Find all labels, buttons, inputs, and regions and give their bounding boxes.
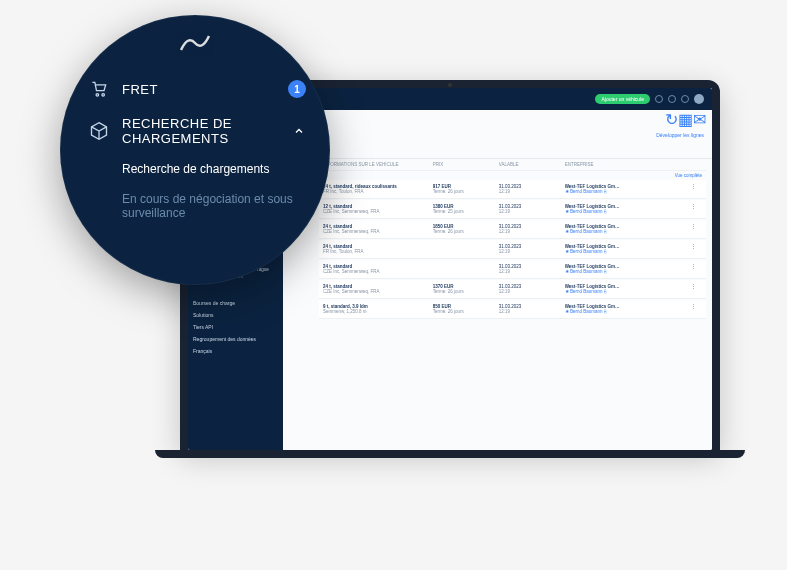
header-actions: ↻ ▦ ✉ (283, 110, 712, 128)
cell-date: 31.03.202312:19 (499, 184, 565, 194)
results-table: INFORMATIONS SUR LE VÉHICULE PRIX VALABL… (313, 159, 712, 320)
row-action-icon[interactable]: ⋮ (686, 264, 702, 274)
sidebar-item-search-loads[interactable]: RECHERCHE DE CHARGEMENTS (88, 108, 306, 154)
sidebar-menu-item[interactable]: Solutions (193, 309, 278, 321)
cell-vehicle: 24 t, standardCZE Inc, Semmenweq, FRA (323, 264, 433, 274)
row-action-icon[interactable]: ⋮ (686, 224, 702, 234)
settings-icon[interactable] (681, 95, 689, 103)
table-row[interactable]: 12 t, standardCZE Inc, Semmenweq, FRA138… (319, 200, 706, 219)
sidebar-menu-item[interactable]: Bourses de charge (193, 297, 278, 309)
cell-company: West-TEF Logistics Gm…★ Bernd Baumann ⎘ (565, 204, 686, 214)
cell-date: 31.03.202312:19 (499, 244, 565, 254)
add-vehicle-button[interactable]: Ajouter un véhicule (595, 94, 650, 104)
sidebar-item-fret[interactable]: FRET 1 (88, 70, 306, 108)
table-header: INFORMATIONS SUR LE VÉHICULE PRIX VALABL… (319, 159, 706, 171)
sidebar-menu-item[interactable]: Regroupement des données (193, 333, 278, 345)
cell-company: West-TEF Logistics Gm…★ Bernd Baumann ⎘ (565, 184, 686, 194)
cell-vehicle: 9 t, standard, 3.9 ldmSemmenw, 1,250.8 m (323, 304, 433, 314)
cell-date: 31.03.202312:19 (499, 304, 565, 314)
cell-vehicle: 24 t, standardCZE Inc, Semmenweq, FRA (323, 284, 433, 294)
table-row[interactable]: 9 t, standard, 3.9 ldmSemmenw, 1,250.8 m… (319, 300, 706, 319)
table-row[interactable]: 24 t, standardCZE Inc, Semmenweq, FRA137… (319, 280, 706, 299)
cell-date: 31.03.202312:19 (499, 224, 565, 234)
th-date[interactable]: VALABLE (499, 162, 565, 167)
avatar[interactable] (694, 94, 704, 104)
table-row[interactable]: 24 t, standardCZE Inc, Semmenweq, FRA185… (319, 220, 706, 239)
sidebar-menu-item[interactable]: Français (193, 345, 278, 357)
cell-price: 1370 EURTerme: 26 jours (433, 284, 499, 294)
tabs: So (283, 142, 712, 159)
cart-icon (88, 78, 110, 100)
cell-price: 850 EURTerme: 26 jours (433, 304, 499, 314)
table-row[interactable]: 24 t, standard, rideaux coulissantsFR In… (319, 180, 706, 199)
table-row[interactable]: 24 t, standardFR Inc, Toulon, FRA31.03.2… (319, 240, 706, 259)
sidebar-item-label: RECHERCHE DE CHARGEMENTS (122, 116, 292, 146)
fret-badge: 1 (288, 80, 306, 98)
sidebar-menu-item[interactable]: Tiers API (193, 321, 278, 333)
row-action-icon[interactable]: ⋮ (686, 204, 702, 214)
grid-icon[interactable]: ▦ (680, 114, 690, 124)
cell-company: West-TEF Logistics Gm…★ Bernd Baumann ⎘ (565, 224, 686, 234)
top-bar: Ajouter un véhicule (283, 88, 712, 110)
cell-price: 917 EURTerme: 26 jours (433, 184, 499, 194)
main-content: Ajouter un véhicule ↻ ▦ ✉ Développer les… (283, 88, 712, 450)
th-company[interactable]: ENTREPRISE (565, 162, 686, 167)
row-action-icon[interactable]: ⋮ (686, 184, 702, 194)
cell-price (433, 264, 499, 274)
cell-date: 31.03.202312:19 (499, 284, 565, 294)
mail-icon[interactable]: ✉ (694, 114, 704, 124)
cell-date: 31.03.202312:19 (499, 264, 565, 274)
cell-company: West-TEF Logistics Gm…★ Bernd Baumann ⎘ (565, 304, 686, 314)
table-row[interactable]: 24 t, standardCZE Inc, Semmenweq, FRA31.… (319, 260, 706, 279)
svg-point-1 (102, 94, 105, 97)
cell-company: West-TEF Logistics Gm…★ Bernd Baumann ⎘ (565, 284, 686, 294)
th-price[interactable]: PRIX (433, 162, 499, 167)
reload-icon[interactable]: ↻ (666, 114, 676, 124)
help-icon[interactable] (655, 95, 663, 103)
th-actions (686, 162, 702, 167)
cell-date: 31.03.202312:19 (499, 204, 565, 214)
sidebar-subitem-search[interactable]: Recherche de chargements (88, 154, 306, 184)
chevron-up-icon (292, 124, 306, 138)
th-vehicle[interactable]: INFORMATIONS SUR LE VÉHICULE (323, 162, 433, 167)
row-action-icon[interactable]: ⋮ (686, 244, 702, 254)
sidebar-subitem-negotiation[interactable]: En cours de négociation et sous surveill… (88, 184, 306, 228)
row-action-icon[interactable]: ⋮ (686, 304, 702, 314)
notification-icon[interactable] (668, 95, 676, 103)
cell-vehicle: 24 t, standardCZE Inc, Semmenweq, FRA (323, 224, 433, 234)
cube-icon (88, 120, 110, 142)
laptop-camera (448, 83, 452, 87)
cell-vehicle: 24 t, standard, rideaux coulissantsFR In… (323, 184, 433, 194)
cell-price: 1380 EURTerme: 25 jours (433, 204, 499, 214)
cell-company: West-TEF Logistics Gm…★ Bernd Baumann ⎘ (565, 264, 686, 274)
cell-vehicle: 24 t, standardFR Inc, Toulon, FRA (323, 244, 433, 254)
cell-vehicle: 12 t, standardCZE Inc, Semmenweq, FRA (323, 204, 433, 214)
develop-lines-link[interactable]: Développer les lignes (656, 132, 704, 138)
sidebar-item-label: FRET (122, 82, 288, 97)
view-complete-link[interactable]: Vue complète (319, 171, 706, 180)
cell-price (433, 244, 499, 254)
svg-point-0 (96, 94, 99, 97)
cell-company: West-TEF Logistics Gm…★ Bernd Baumann ⎘ (565, 244, 686, 254)
magnifier-lens: FRET 1 RECHERCHE DE CHARGEMENTS Recherch… (60, 15, 330, 285)
row-action-icon[interactable]: ⋮ (686, 284, 702, 294)
cell-price: 1850 EURTerme: 26 jours (433, 224, 499, 234)
